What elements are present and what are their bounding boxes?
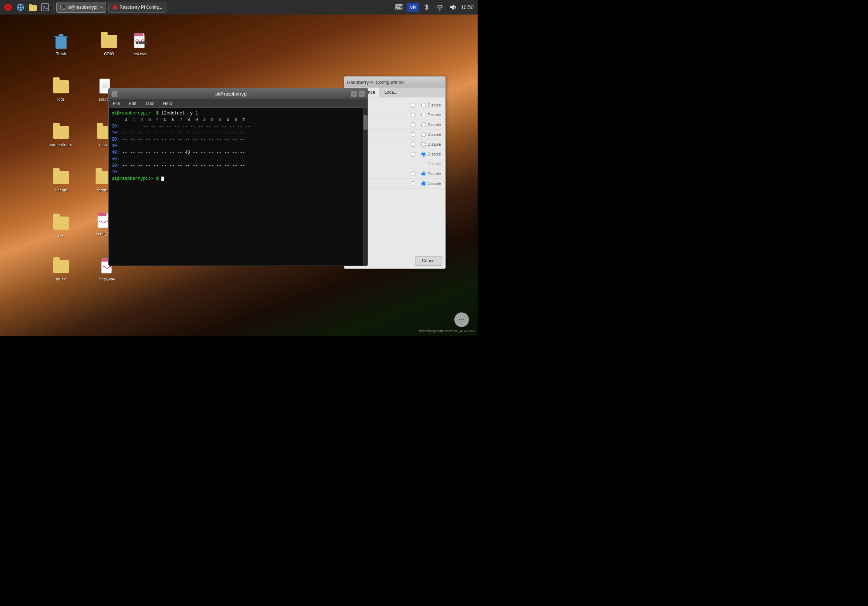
rpi-row-1-disable-label: Disable bbox=[428, 103, 441, 107]
terminal-taskbar-icon[interactable] bbox=[40, 2, 50, 12]
desktop-icon-logs[interactable]: logs bbox=[46, 78, 76, 101]
svg-marker-23 bbox=[450, 5, 454, 10]
more-icon: ••• bbox=[459, 317, 465, 322]
bluetooth-icon[interactable] bbox=[422, 2, 432, 12]
cameralearn-folder-icon bbox=[52, 124, 70, 141]
rpi-row-8-enable-radio[interactable] bbox=[411, 172, 415, 176]
rpi-row-5-enable-radio[interactable] bbox=[411, 142, 415, 147]
terminal-window-button[interactable]: pi@raspberrypi: ~ bbox=[56, 2, 106, 13]
rpi-row-5-disable-radio[interactable] bbox=[421, 142, 426, 147]
rpi-row-2-disable-radio[interactable] bbox=[421, 113, 426, 117]
terminal-line-prompt2: pi@raspberrypi:~ $ bbox=[112, 175, 360, 182]
rpi-row-2-enable-radio[interactable] bbox=[411, 113, 415, 117]
terminal-line-00: 00: -- -- -- -- -- -- -- -- -- -- -- -- … bbox=[112, 123, 360, 130]
trash-label: Trash bbox=[56, 52, 66, 56]
rpi-row-6-enable-radio[interactable] bbox=[411, 152, 415, 156]
rpi-row-1-enable-radio[interactable] bbox=[411, 103, 415, 108]
rpi-row-7-disable-radio[interactable] bbox=[421, 162, 426, 166]
svg-point-12 bbox=[113, 5, 117, 9]
rpi-row-1-disable-radio[interactable] bbox=[421, 103, 426, 108]
svg-rect-7 bbox=[29, 5, 32, 6]
terminal-menu-file[interactable]: File bbox=[112, 100, 121, 107]
rpi-row-8-disable-radio[interactable] bbox=[421, 172, 426, 176]
terminal-scrollbar[interactable] bbox=[363, 108, 367, 266]
terminal-close-btn[interactable]: × bbox=[359, 91, 364, 97]
desktop-icon-rev[interactable]: rev bbox=[46, 214, 76, 238]
svg-rect-39 bbox=[98, 213, 107, 216]
rpi-tab-localisation[interactable]: Loca... bbox=[380, 88, 402, 97]
globe-icon[interactable] bbox=[15, 2, 25, 12]
rpi-row-3-enable-radio[interactable] bbox=[411, 122, 415, 127]
terminal-line-70: 70: -- -- -- -- -- -- -- -- bbox=[112, 169, 360, 175]
svg-rect-26 bbox=[59, 34, 63, 37]
desktop-icon-music[interactable]: music bbox=[46, 258, 76, 281]
rpi-row-2-options: Disable bbox=[411, 113, 441, 117]
rpi-row-4-disable-radio[interactable] bbox=[421, 132, 426, 137]
terminal-maximize-btn[interactable]: □ bbox=[351, 91, 356, 97]
music-label: music bbox=[56, 277, 67, 281]
taskbar: pi@raspberrypi: ~ Raspberry Pi Config...… bbox=[0, 0, 477, 14]
raspberry-pi-icon[interactable] bbox=[3, 2, 13, 12]
testwav-label: test.wav bbox=[133, 52, 147, 56]
svg-rect-10 bbox=[61, 5, 65, 9]
rpi-row-4-enable-radio[interactable] bbox=[411, 132, 415, 137]
terminal-close-controls: □ × bbox=[351, 91, 364, 97]
terminal-line-20: 20: -- -- -- -- -- -- -- -- -- -- -- -- … bbox=[112, 136, 360, 143]
terminal-line-30: 30: -- -- -- -- -- -- -- -- -- -- -- -- … bbox=[112, 143, 360, 149]
rpi-row-8-options: Disable bbox=[411, 172, 441, 176]
speaker-icon[interactable] bbox=[448, 2, 458, 12]
terminal-minimize-btn[interactable]: _ bbox=[112, 91, 118, 97]
folder-taskbar-icon[interactable] bbox=[28, 2, 38, 12]
svg-point-22 bbox=[439, 10, 440, 11]
terminal-menu-edit[interactable]: Edit bbox=[127, 100, 138, 107]
rpi-row-5-options: Disable bbox=[411, 142, 441, 147]
logs-label: logs bbox=[57, 97, 65, 101]
rpi-row-9-enable-radio[interactable] bbox=[411, 181, 415, 186]
desktop-icon-cameralearn[interactable]: cameralearn bbox=[46, 124, 76, 147]
vnc-icon[interactable]: VÑ bbox=[407, 3, 419, 12]
svg-rect-15 bbox=[397, 5, 398, 6]
terminal-line-header: 0 1 2 3 4 5 6 7 8 9 a b c d e f bbox=[112, 117, 360, 123]
keyboard-icon[interactable] bbox=[394, 2, 404, 12]
cvlearn-folder-icon bbox=[52, 169, 70, 186]
desktop-icon-cvlearn[interactable]: cvlearn bbox=[46, 169, 76, 192]
taskbar-right: VÑ 10:50 bbox=[394, 2, 475, 12]
rpi-cancel-button[interactable]: Cancel bbox=[415, 256, 442, 266]
terminal-line-50: 50: -- -- -- -- -- -- -- -- -- -- -- -- … bbox=[112, 156, 360, 162]
logs-folder-icon bbox=[52, 78, 70, 96]
terminal-menu-help[interactable]: Help bbox=[161, 100, 174, 107]
rpi-row-9-options: Disable bbox=[411, 181, 441, 186]
terminal-window-controls: _ bbox=[112, 91, 118, 97]
desktop-icon-trash[interactable]: Trash bbox=[46, 33, 76, 56]
rpi-row-6-disable-radio[interactable] bbox=[421, 152, 426, 156]
svg-point-1 bbox=[6, 5, 10, 9]
svg-rect-20 bbox=[399, 7, 400, 8]
svg-rect-6 bbox=[29, 5, 37, 11]
more-button[interactable]: ••• bbox=[454, 312, 469, 327]
terminal-body[interactable]: pi@raspberrypi:~ $ i2cdetect -y 1 0 1 2 … bbox=[108, 108, 363, 266]
desktop-icon-gpio[interactable]: GPIO bbox=[95, 33, 124, 56]
rpi-row-9-disable-radio[interactable] bbox=[421, 181, 426, 186]
rpi-config-label: Raspberry Pi Config... bbox=[119, 5, 162, 10]
terminal-menu-tabs[interactable]: Tabs bbox=[144, 100, 156, 107]
desktop-icon-testwav[interactable]: ⬛⬛⬛⬛ test.wav bbox=[126, 33, 155, 56]
svg-rect-17 bbox=[400, 5, 401, 6]
cvlearn-label: cvlearn bbox=[54, 188, 67, 192]
svg-rect-21 bbox=[397, 8, 401, 9]
rpi-row-3-disable-radio[interactable] bbox=[421, 122, 426, 127]
rpi-row-7-options: Disable bbox=[411, 162, 441, 166]
terminal-menubar: File Edit Tabs Help bbox=[108, 99, 367, 108]
terminal-scroll-thumb[interactable] bbox=[363, 115, 367, 130]
rev-label: rev bbox=[58, 233, 64, 238]
wifi-icon[interactable] bbox=[435, 2, 445, 12]
gpio-folder-icon bbox=[100, 33, 118, 50]
rpi-row-1-disable: Disable bbox=[421, 103, 441, 108]
svg-rect-14 bbox=[396, 5, 397, 6]
rpi-row-1-enable bbox=[411, 103, 417, 108]
svg-rect-18 bbox=[396, 7, 397, 8]
watermark: https://blog.csdn.net/weixin_41420355 bbox=[419, 329, 475, 333]
rpi-config-button[interactable]: Raspberry Pi Config... bbox=[108, 2, 166, 13]
trash-icon bbox=[52, 33, 70, 50]
terminal-line-cmd: pi@raspberrypi:~ $ i2cdetect -y 1 bbox=[112, 110, 360, 117]
rpi-row-7-enable-radio[interactable] bbox=[411, 162, 415, 166]
